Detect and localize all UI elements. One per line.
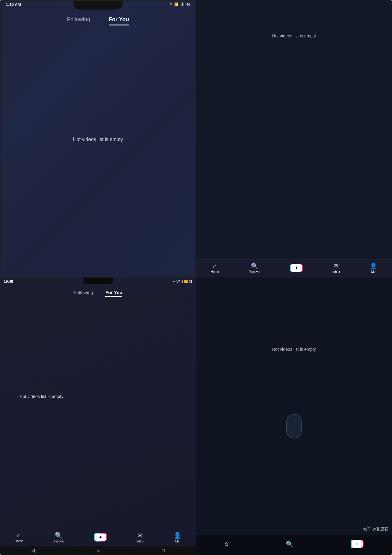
nav-home-3[interactable]: ⌂ Home: [15, 532, 23, 543]
status-bar-3: 19:48 ✲ VPN 📶 31: [0, 279, 196, 284]
nav-inbox-3[interactable]: ✉ Inbox: [137, 532, 144, 543]
wifi-icon: 📶: [174, 2, 179, 6]
create-button-2[interactable]: [290, 264, 303, 272]
nav-create-4[interactable]: [351, 540, 364, 548]
phone-screen-4: Hot videos list is empty 知乎 @张亚强 ⌂ 🔍: [196, 278, 392, 555]
system-nav-bar-3: ◁ ○ □: [0, 546, 196, 555]
discover-icon-2: 🔍: [251, 262, 258, 270]
bottom-navbar-2: ⌂ Home 🔍 Discover ✉ Inbox 👤 Me: [196, 259, 392, 278]
bottom-navbar-3: ⌂ Home 🔍 Discover ✉ Inbox 👤 Me: [0, 529, 196, 546]
signal-icon: ✕: [170, 2, 172, 6]
camera-module-4: [286, 414, 302, 438]
watermark-4: 知乎 @张亚强: [363, 526, 388, 532]
nav-home-label-3: Home: [15, 539, 23, 543]
battery-icon: 🔋: [180, 2, 185, 6]
home-icon-4: ⌂: [224, 540, 228, 547]
phone-screen-1: 1:10 AM ✕ 📶 🔋 69 Following For You Hot v…: [0, 0, 196, 278]
vpn-icon: VPN: [176, 280, 183, 283]
nav-home-4[interactable]: ⌂: [224, 540, 228, 547]
back-button-3[interactable]: ◁: [31, 548, 35, 553]
tab-foryou-3[interactable]: For You: [105, 290, 122, 297]
empty-message-4: Hot videos list is empty: [272, 347, 316, 352]
nav-home-label-2: Home: [211, 270, 219, 274]
nav-discover-2[interactable]: 🔍 Discover: [249, 262, 261, 274]
me-icon-3: 👤: [174, 532, 181, 539]
me-icon-2: 👤: [370, 262, 377, 270]
recents-button-3[interactable]: □: [162, 548, 165, 553]
bluetooth-icon: ✲: [173, 280, 175, 283]
tab-bar-1: Following For You: [1, 16, 195, 25]
nav-create-2[interactable]: [290, 264, 303, 272]
phone-screen-3: 19:48 ✲ VPN 📶 31 Following For You Hot v…: [0, 278, 196, 555]
nav-discover-label-3: Discover: [53, 540, 65, 543]
home-icon-3: ⌂: [17, 532, 21, 539]
empty-message-3: Hot videos list is empty: [20, 394, 63, 399]
nav-inbox-label-2: Inbox: [333, 270, 340, 274]
create-button-4[interactable]: [351, 540, 364, 548]
time-3: 19:48: [4, 279, 13, 284]
tab-bar-3: Following For You: [0, 290, 196, 297]
nav-me-label-3: Me: [175, 540, 179, 543]
bottom-navbar-4: ⌂ 🔍: [196, 535, 392, 555]
status-bar-1: 1:10 AM ✕ 📶 🔋 69: [1, 2, 195, 7]
nav-inbox-2[interactable]: ✉ Inbox: [333, 262, 340, 274]
discover-icon-4: 🔍: [286, 540, 293, 548]
nav-discover-3[interactable]: 🔍 Discover: [53, 532, 65, 543]
status-icons-1: ✕ 📶 🔋 69: [170, 2, 190, 6]
status-icons-3: ✲ VPN 📶 31: [173, 280, 192, 283]
time-1: 1:10 AM: [6, 2, 21, 7]
nav-me-2[interactable]: 👤 Me: [370, 262, 377, 274]
create-button-3[interactable]: [94, 533, 107, 542]
discover-icon-3: 🔍: [55, 532, 62, 539]
nav-create-3[interactable]: [94, 533, 107, 542]
nav-me-3[interactable]: 👤 Me: [174, 532, 181, 543]
battery-icon-3: 31: [189, 280, 192, 283]
empty-message-2: Hot videos list is empty: [272, 33, 316, 38]
tab-following-3[interactable]: Following: [74, 290, 93, 297]
inbox-icon-2: ✉: [334, 262, 339, 270]
wifi-icon-3: 📶: [184, 280, 188, 283]
tab-following-1[interactable]: Following: [67, 16, 90, 25]
screen-overlay-3: [0, 278, 196, 555]
nav-me-label-2: Me: [371, 270, 375, 274]
nav-home-2[interactable]: ⌂ Home: [211, 262, 219, 274]
battery-level: 69: [187, 3, 190, 6]
nav-inbox-label-3: Inbox: [137, 540, 144, 543]
empty-message-1: Hot videos list is empty: [73, 136, 123, 142]
phone-screen-2: Hot videos list is empty ⌂ Home 🔍 Discov…: [196, 0, 392, 278]
tab-foryou-1[interactable]: For You: [109, 16, 129, 25]
home-button-3[interactable]: ○: [97, 548, 100, 553]
inbox-icon-3: ✉: [138, 532, 143, 539]
home-icon-2: ⌂: [213, 262, 217, 270]
nav-discover-label-2: Discover: [249, 270, 261, 274]
nav-discover-4[interactable]: 🔍: [286, 540, 293, 548]
